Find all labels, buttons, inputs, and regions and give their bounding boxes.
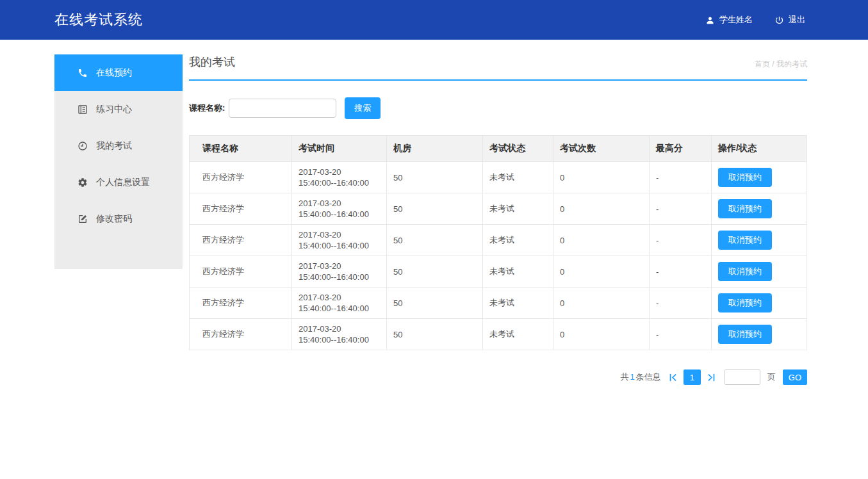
cell-room: 50 bbox=[387, 288, 483, 319]
cell-time: 2017-03-2015:40:00--16:40:00 bbox=[292, 193, 387, 225]
header-right: 学生姓名 退出 bbox=[705, 14, 805, 26]
cancel-reservation-button[interactable]: 取消预约 bbox=[718, 199, 772, 218]
exam-table: 课程名称 考试时间 机房 考试状态 考试次数 最高分 操作/状态 西方经济学 2… bbox=[189, 135, 807, 350]
sidebar-item-practice-center[interactable]: 练习中心 bbox=[54, 91, 183, 127]
sidebar-item-label: 练习中心 bbox=[96, 104, 132, 115]
table-row: 西方经济学 2017-03-2015:40:00--16:40:00 50 未考… bbox=[190, 256, 807, 288]
table-row: 西方经济学 2017-03-2015:40:00--16:40:00 50 未考… bbox=[190, 319, 807, 350]
pagination: 共1条信息 1 页 GO bbox=[189, 369, 807, 385]
sidebar-item-label: 修改密码 bbox=[96, 213, 132, 225]
cell-course: 西方经济学 bbox=[190, 193, 292, 225]
cancel-reservation-button[interactable]: 取消预约 bbox=[718, 262, 772, 281]
cell-count: 0 bbox=[553, 193, 650, 225]
sidebar: 在线预约 练习中心 我的考试 个人信息设置 修改密码 bbox=[54, 54, 183, 269]
cell-course: 西方经济学 bbox=[190, 319, 292, 350]
cell-room: 50 bbox=[387, 256, 483, 288]
sidebar-item-profile-settings[interactable]: 个人信息设置 bbox=[54, 164, 183, 200]
cell-room: 50 bbox=[387, 319, 483, 350]
cell-action: 取消预约 bbox=[712, 256, 807, 288]
cell-action: 取消预约 bbox=[712, 162, 807, 193]
cancel-reservation-button[interactable]: 取消预约 bbox=[718, 325, 772, 344]
col-exam-time: 考试时间 bbox=[292, 136, 387, 162]
sidebar-item-label: 我的考试 bbox=[96, 140, 132, 152]
search-bar: 课程名称: 搜索 bbox=[189, 97, 807, 119]
clock-icon bbox=[78, 141, 88, 151]
sidebar-item-change-password[interactable]: 修改密码 bbox=[54, 200, 183, 237]
power-icon bbox=[774, 15, 784, 25]
page-number-input[interactable] bbox=[725, 369, 760, 385]
cell-best: - bbox=[650, 193, 712, 225]
sidebar-item-my-exams[interactable]: 我的考试 bbox=[54, 127, 183, 164]
cell-count: 0 bbox=[553, 225, 650, 256]
cell-room: 50 bbox=[387, 225, 483, 256]
cell-best: - bbox=[650, 288, 712, 319]
sidebar-item-online-reservation[interactable]: 在线预约 bbox=[54, 54, 183, 91]
page-unit-label: 页 bbox=[767, 371, 776, 383]
col-action: 操作/状态 bbox=[712, 136, 807, 162]
cell-course: 西方经济学 bbox=[190, 225, 292, 256]
cell-best: - bbox=[650, 162, 712, 193]
table-row: 西方经济学 2017-03-2015:40:00--16:40:00 50 未考… bbox=[190, 288, 807, 319]
cell-time: 2017-03-2015:40:00--16:40:00 bbox=[292, 225, 387, 256]
sidebar-item-label: 在线预约 bbox=[96, 67, 132, 79]
cell-count: 0 bbox=[553, 162, 650, 193]
cell-time: 2017-03-2015:40:00--16:40:00 bbox=[292, 288, 387, 319]
table-row: 西方经济学 2017-03-2015:40:00--16:40:00 50 未考… bbox=[190, 193, 807, 225]
edit-icon bbox=[78, 214, 88, 224]
main-content: 我的考试 首页 / 我的考试 课程名称: 搜索 课程名称 考试时间 机房 考试状… bbox=[189, 54, 807, 385]
cell-count: 0 bbox=[553, 256, 650, 288]
cell-course: 西方经济学 bbox=[190, 288, 292, 319]
cell-action: 取消预约 bbox=[712, 319, 807, 350]
pagination-last-button[interactable] bbox=[705, 372, 716, 383]
cell-time: 2017-03-2015:40:00--16:40:00 bbox=[292, 162, 387, 193]
page-title: 我的考试 bbox=[189, 54, 235, 70]
cell-course: 西方经济学 bbox=[190, 162, 292, 193]
cell-time: 2017-03-2015:40:00--16:40:00 bbox=[292, 319, 387, 350]
book-icon bbox=[78, 104, 88, 115]
user-menu[interactable]: 学生姓名 bbox=[705, 14, 753, 26]
cancel-reservation-button[interactable]: 取消预约 bbox=[718, 293, 772, 313]
go-button[interactable]: GO bbox=[783, 369, 807, 385]
cancel-reservation-button[interactable]: 取消预约 bbox=[718, 231, 772, 250]
cell-status: 未考试 bbox=[483, 256, 553, 288]
cell-course: 西方经济学 bbox=[190, 256, 292, 288]
cell-count: 0 bbox=[553, 319, 650, 350]
breadcrumb[interactable]: 首页 / 我的考试 bbox=[755, 59, 807, 70]
table-header-row: 课程名称 考试时间 机房 考试状态 考试次数 最高分 操作/状态 bbox=[190, 136, 807, 162]
cell-status: 未考试 bbox=[483, 225, 553, 256]
cell-status: 未考试 bbox=[483, 193, 553, 225]
cell-best: - bbox=[650, 256, 712, 288]
user-name: 学生姓名 bbox=[719, 14, 753, 26]
cell-status: 未考试 bbox=[483, 319, 553, 350]
cell-time: 2017-03-2015:40:00--16:40:00 bbox=[292, 256, 387, 288]
col-course-name: 课程名称 bbox=[190, 136, 292, 162]
cell-action: 取消预约 bbox=[712, 288, 807, 319]
cell-count: 0 bbox=[553, 288, 650, 319]
course-name-input[interactable] bbox=[229, 99, 336, 118]
cancel-reservation-button[interactable]: 取消预约 bbox=[718, 168, 772, 187]
title-row: 我的考试 首页 / 我的考试 bbox=[189, 54, 807, 81]
gear-icon bbox=[78, 177, 88, 188]
pagination-first-button[interactable] bbox=[668, 372, 679, 383]
col-best-score: 最高分 bbox=[650, 136, 712, 162]
table-row: 西方经济学 2017-03-2015:40:00--16:40:00 50 未考… bbox=[190, 225, 807, 256]
course-name-label: 课程名称: bbox=[189, 102, 225, 114]
phone-icon bbox=[78, 68, 88, 78]
cell-status: 未考试 bbox=[483, 162, 553, 193]
col-room: 机房 bbox=[387, 136, 483, 162]
search-button[interactable]: 搜索 bbox=[345, 97, 381, 119]
cell-room: 50 bbox=[387, 162, 483, 193]
pagination-total: 共1条信息 bbox=[621, 371, 661, 383]
cell-best: - bbox=[650, 225, 712, 256]
pagination-current-page[interactable]: 1 bbox=[684, 369, 701, 385]
cell-action: 取消预约 bbox=[712, 225, 807, 256]
pagination-total-count: 1 bbox=[629, 372, 636, 382]
cell-best: - bbox=[650, 319, 712, 350]
cell-room: 50 bbox=[387, 193, 483, 225]
user-icon bbox=[705, 15, 715, 25]
col-exam-status: 考试状态 bbox=[483, 136, 553, 162]
cell-status: 未考试 bbox=[483, 288, 553, 319]
col-exam-count: 考试次数 bbox=[553, 136, 650, 162]
app-title: 在线考试系统 bbox=[54, 10, 143, 29]
logout-button[interactable]: 退出 bbox=[774, 14, 805, 26]
